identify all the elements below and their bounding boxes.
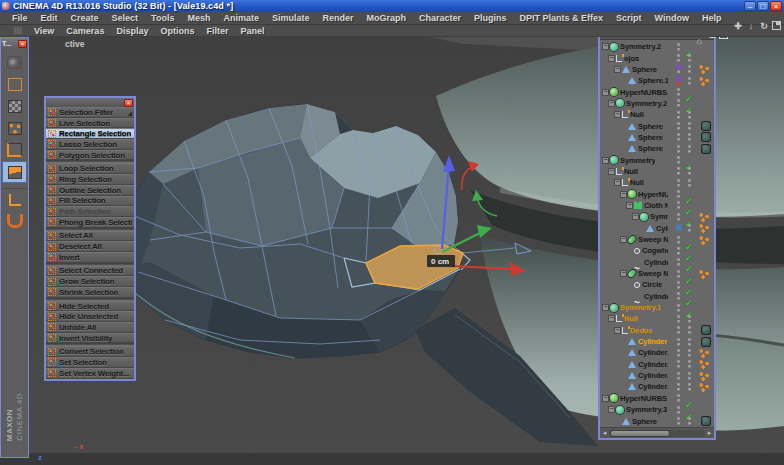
object-tree-row[interactable]: − Cylinder.3 (600, 359, 714, 370)
object-tree-row[interactable]: − Symmetry.2 (600, 41, 714, 52)
enable-toggle[interactable] (685, 280, 694, 289)
texture-mode-icon[interactable] (2, 95, 27, 117)
visibility-dots[interactable] (675, 201, 682, 210)
model-mode-icon[interactable] (2, 73, 27, 95)
object-tree-row[interactable]: − Null (600, 166, 714, 177)
expand-toggle[interactable]: − (602, 89, 609, 96)
visibility-dots[interactable] (675, 382, 682, 391)
visibility-dots[interactable] (675, 178, 682, 187)
object-tree-row[interactable]: − Null (600, 177, 714, 188)
selection-menu-titlebar[interactable]: × (46, 98, 134, 107)
scrollbar-thumb[interactable] (610, 430, 670, 437)
maximize-button[interactable]: □ (757, 1, 769, 11)
scroll-right-arrow[interactable]: ▸ (706, 429, 713, 437)
enable-toggle[interactable] (685, 88, 694, 97)
selection-menu-item[interactable]: Loop Selection ◢ (46, 163, 134, 174)
expand-toggle[interactable]: − (602, 395, 609, 402)
object-tree-row[interactable]: − HyperNURBS.1 (600, 86, 714, 97)
close-icon[interactable]: × (124, 99, 133, 107)
object-name[interactable]: ojos (624, 54, 639, 63)
enable-toggle[interactable] (685, 246, 694, 255)
visibility-dots[interactable] (675, 144, 682, 153)
visibility-dots[interactable] (675, 394, 682, 403)
object-tag-icons[interactable] (698, 64, 711, 74)
menu-item[interactable]: Window (655, 13, 689, 23)
selection-menu-item[interactable]: Outline Selection ◢ (46, 185, 134, 196)
viewport-menu-item[interactable]: Cameras (66, 26, 104, 36)
object-tree-row[interactable]: − Cylinder (600, 336, 714, 347)
scrollbar-track[interactable] (609, 430, 705, 437)
selection-menu-item[interactable]: Grow Selection ◢ (46, 276, 134, 287)
visibility-dots[interactable] (675, 42, 682, 51)
selection-menu-item[interactable]: Lasso Selection ◢ (46, 139, 134, 150)
object-name[interactable]: Cylinder.2 (638, 371, 668, 380)
object-name[interactable]: Symmetry.2 (650, 212, 668, 221)
selection-menu-item[interactable]: Deselect All ◢ (46, 241, 134, 252)
pan-icon[interactable]: ✚ (733, 21, 743, 31)
object-name[interactable]: Null (630, 178, 644, 187)
view-tab-label[interactable]: ctive (65, 39, 84, 49)
menu-item[interactable]: DPIT Plants & Effex (520, 13, 604, 23)
viewport-menu-item[interactable]: Display (116, 26, 148, 36)
object-tag-icons[interactable] (698, 348, 711, 358)
visibility-dots[interactable] (675, 190, 682, 199)
object-tree-row[interactable]: − Dedos (600, 325, 714, 336)
expand-toggle[interactable]: − (632, 213, 639, 220)
enable-toggle[interactable] (685, 337, 694, 346)
object-name[interactable]: Cogwheel (642, 246, 668, 255)
object-tree-row[interactable]: − Sphere (600, 64, 714, 75)
selection-menu-item[interactable]: Convert Selection ◢ (46, 346, 134, 357)
enable-toggle[interactable] (685, 99, 694, 108)
object-tag-icons[interactable] (698, 76, 711, 86)
selection-menu-item[interactable]: Set Vertex Weight... ◢ (46, 368, 134, 379)
selection-menu-item[interactable]: Rectangle Selection ◢ (46, 128, 134, 139)
object-tree-row[interactable]: − Cylinder.Spline (600, 291, 714, 302)
selection-menu-item[interactable]: Unhide All ◢ (46, 322, 134, 333)
object-tree-row[interactable]: − Cylinder.2 (600, 370, 714, 381)
visibility-dots[interactable] (675, 326, 682, 335)
selection-menu-item[interactable]: Hide Unselected ◢ (46, 311, 134, 322)
expand-toggle[interactable]: − (608, 55, 615, 62)
object-name[interactable]: Sphere (638, 133, 663, 142)
minimize-button[interactable]: – (744, 1, 756, 11)
object-tree-row[interactable]: − Symmetry.3 (600, 404, 714, 415)
menu-item[interactable]: Help (702, 13, 722, 23)
object-tree-row[interactable]: − Sphere (600, 132, 714, 143)
enable-toggle[interactable] (685, 292, 694, 301)
selection-menu-item[interactable]: Path Selection ◢ (46, 206, 134, 217)
menu-item[interactable]: Simulate (272, 13, 310, 23)
object-name[interactable]: Cloth NURBS (644, 201, 668, 210)
points-mode-icon[interactable] (2, 117, 27, 139)
enable-toggle[interactable] (685, 382, 694, 391)
object-name[interactable]: Sweep NURBS (638, 269, 668, 278)
visibility-dots[interactable] (675, 246, 682, 255)
object-tree-row[interactable]: − HyperNURBS (600, 393, 714, 404)
object-name[interactable]: Null (624, 314, 638, 323)
expand-toggle[interactable]: − (608, 315, 615, 322)
viewport-menu-item[interactable]: Panel (240, 26, 264, 36)
object-name[interactable]: Sphere (638, 144, 663, 153)
expand-toggle[interactable]: − (602, 43, 609, 50)
rotate-icon[interactable]: ↻ (759, 21, 769, 31)
enable-toggle[interactable] (685, 190, 694, 199)
visibility-dots[interactable] (675, 88, 682, 97)
visibility-dots[interactable] (675, 292, 682, 301)
visibility-dots[interactable] (675, 371, 682, 380)
object-name[interactable]: Circle (642, 280, 662, 289)
menu-item[interactable]: Edit (41, 13, 58, 23)
selection-menu-item[interactable]: Polygon Selection ◢ (46, 150, 134, 161)
menu-item[interactable]: Plugins (474, 13, 507, 23)
object-tree-row[interactable]: − Null (600, 313, 714, 324)
object-tree-row[interactable]: − Symmetry.1 (600, 302, 714, 313)
object-name[interactable]: Cylinder.Spline (644, 292, 668, 301)
object-tree-row[interactable]: − Sphere.1 (600, 75, 714, 86)
expand-toggle[interactable]: − (620, 191, 627, 198)
object-tag-icons[interactable] (701, 132, 711, 142)
visibility-dots[interactable] (675, 167, 682, 176)
expand-toggle[interactable]: − (614, 111, 621, 118)
toggle-view-icon[interactable] (772, 21, 781, 30)
object-tree-row[interactable]: − Sphere (600, 415, 714, 426)
object-tag-icons[interactable] (698, 371, 711, 381)
object-tree-row[interactable]: − Cylinder (600, 223, 714, 234)
selection-menu-item[interactable]: Hide Selected ◢ (46, 301, 134, 312)
